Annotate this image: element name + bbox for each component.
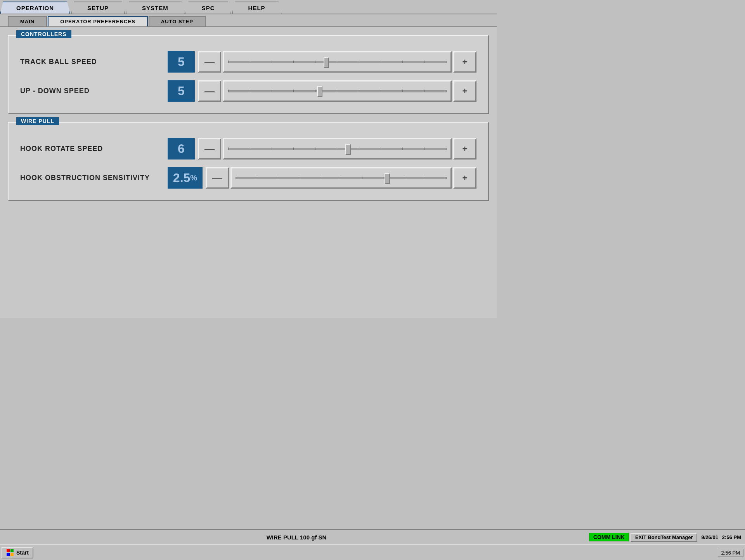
up-down-speed-minus[interactable]: — xyxy=(198,80,221,102)
up-down-speed-label: UP - DOWN SPEED xyxy=(20,87,168,95)
subtab-operator-preferences[interactable]: OPERATOR PREFERENCES xyxy=(48,16,148,26)
up-down-speed-plus[interactable]: + xyxy=(453,80,476,102)
track-ball-speed-label: TRACK BALL SPEED xyxy=(20,58,168,66)
hook-obstruction-sensitivity-value: 2.5% xyxy=(168,167,203,189)
wire-pull-section: WIRE PULL HOOK ROTATE SPEED 6 — xyxy=(8,122,489,201)
controllers-section: CONTROLLERS TRACK BALL SPEED 5 — xyxy=(8,35,489,114)
hook-obstruction-sensitivity-row: HOOK OBSTRUCTION SENSITIVITY 2.5% — xyxy=(20,167,476,189)
hook-rotate-speed-plus[interactable]: + xyxy=(453,138,476,160)
minus-icon: — xyxy=(204,144,215,154)
slider-track xyxy=(228,90,447,92)
minus-icon: — xyxy=(212,173,222,183)
track-ball-speed-row: TRACK BALL SPEED 5 — xyxy=(20,51,476,73)
hook-rotate-speed-value: 6 xyxy=(168,138,195,160)
plus-icon: + xyxy=(463,145,468,153)
slider-track xyxy=(228,148,447,150)
plus-icon: + xyxy=(463,87,468,95)
tab-system[interactable]: SYSTEM xyxy=(126,2,185,14)
track-ball-speed-slider[interactable] xyxy=(223,51,452,73)
top-nav: OPERATION SETUP SYSTEM SPC HELP xyxy=(0,0,497,14)
plus-icon: + xyxy=(463,174,468,182)
hook-rotate-speed-thumb[interactable] xyxy=(345,144,351,155)
track-ball-speed-thumb[interactable] xyxy=(324,57,329,68)
hook-obstruction-sensitivity-thumb[interactable] xyxy=(385,173,390,184)
track-ball-speed-plus[interactable]: + xyxy=(453,51,476,73)
value-unit: % xyxy=(190,173,197,182)
controllers-label: CONTROLLERS xyxy=(16,30,71,38)
hook-rotate-speed-minus[interactable]: — xyxy=(198,138,221,160)
up-down-speed-row: UP - DOWN SPEED 5 — xyxy=(20,80,476,102)
tab-operation[interactable]: OPERATION xyxy=(0,2,70,14)
plus-icon: + xyxy=(463,58,468,66)
hook-obstruction-sensitivity-plus[interactable]: + xyxy=(453,167,476,189)
wire-pull-label: WIRE PULL xyxy=(16,117,59,125)
hook-rotate-speed-row: HOOK ROTATE SPEED 6 — xyxy=(20,138,476,160)
main-content: CONTROLLERS TRACK BALL SPEED 5 — xyxy=(0,27,497,318)
hook-obstruction-sensitivity-slider[interactable] xyxy=(230,167,452,189)
subtab-auto-step[interactable]: AUTO STEP xyxy=(149,16,206,26)
minus-icon: — xyxy=(204,86,215,96)
track-ball-speed-minus[interactable]: — xyxy=(198,51,221,73)
hook-obstruction-sensitivity-minus[interactable]: — xyxy=(206,167,229,189)
track-ball-speed-value: 5 xyxy=(168,51,195,73)
tab-help[interactable]: HELP xyxy=(232,2,282,14)
sub-nav: MAIN OPERATOR PREFERENCES AUTO STEP xyxy=(0,14,497,27)
up-down-speed-value: 5 xyxy=(168,80,195,102)
tab-setup[interactable]: SETUP xyxy=(71,2,125,14)
hook-rotate-speed-slider[interactable] xyxy=(223,138,452,160)
hook-rotate-speed-label: HOOK ROTATE SPEED xyxy=(20,145,168,153)
subtab-main[interactable]: MAIN xyxy=(8,16,47,26)
tab-spc[interactable]: SPC xyxy=(185,2,231,14)
up-down-speed-thumb[interactable] xyxy=(317,86,322,97)
up-down-speed-slider[interactable] xyxy=(223,80,452,102)
slider-track xyxy=(228,61,447,63)
minus-icon: — xyxy=(204,57,215,67)
slider-track xyxy=(236,177,447,179)
hook-obstruction-sensitivity-label: HOOK OBSTRUCTION SENSITIVITY xyxy=(20,174,168,182)
